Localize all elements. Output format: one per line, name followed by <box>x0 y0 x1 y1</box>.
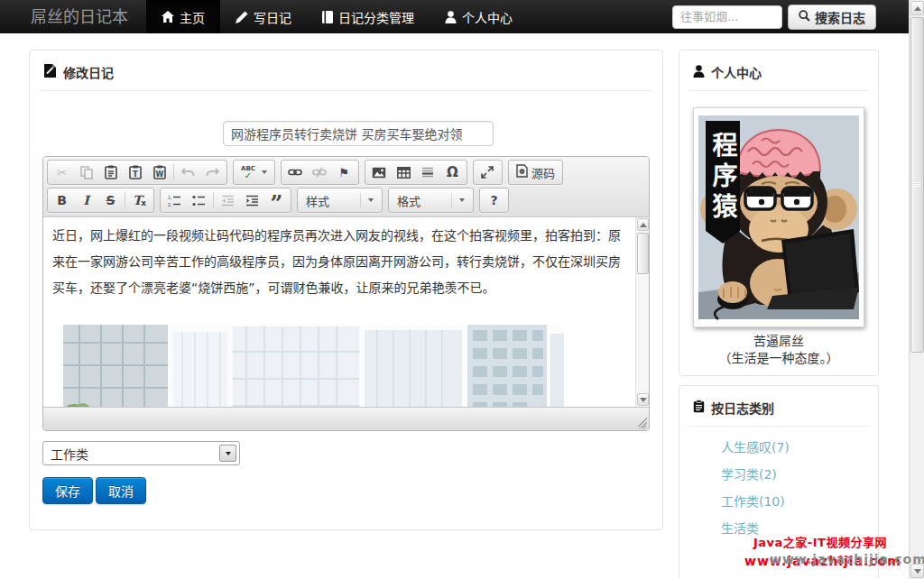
avatar: 程序猿 <box>693 107 864 327</box>
nav-item-label: 主页 <box>180 8 205 26</box>
code-monkey-illustration: 程序猿 <box>698 113 859 322</box>
table-icon[interactable] <box>392 161 416 183</box>
editor-scrollbar[interactable] <box>635 217 649 407</box>
cut-icon[interactable]: ✂ <box>50 161 74 183</box>
navbar-search-area: 搜索日志 <box>672 0 909 33</box>
indent-icon[interactable] <box>240 189 264 211</box>
toolbar-row-1: ✂ T W <box>47 160 645 185</box>
nav-item-label: 个人中心 <box>462 8 513 26</box>
svg-text:W: W <box>155 170 163 179</box>
editor-bottom-bar <box>43 407 649 430</box>
divider <box>39 90 653 91</box>
city-buildings-photo <box>61 325 564 407</box>
panel-header: 按日志类别 <box>693 399 774 417</box>
nav-item-personal-center[interactable]: 个人中心 <box>430 0 528 33</box>
source-button[interactable]: 源码 <box>511 161 560 183</box>
app-root: 屌丝的日记本 主页 写日记 日记分类管理 个人中心 搜索日志 <box>0 0 924 579</box>
categories-heading: 按日志类别 <box>711 399 774 417</box>
search-icon <box>799 10 810 24</box>
special-char-icon[interactable]: Ω <box>440 161 465 183</box>
nav-item-write[interactable]: 写日记 <box>220 0 307 33</box>
category-link-work[interactable]: 工作类(10) <box>721 492 878 510</box>
horizontal-rule-icon[interactable] <box>416 161 440 183</box>
select-dropdown-button[interactable] <box>219 445 236 462</box>
scroll-up-arrow[interactable] <box>637 218 649 231</box>
save-button[interactable]: 保存 <box>42 477 93 504</box>
paste-icon[interactable] <box>98 161 123 183</box>
maximize-group <box>473 160 503 185</box>
person-icon <box>693 65 705 80</box>
diary-paragraph: 近日，网上爆红的一段视频让码代码的程序员再次进入网友的视线，在这个拍客视频里，拍… <box>52 223 626 301</box>
nav-item-label: 日记分类管理 <box>338 8 414 26</box>
editor-content-area[interactable]: 近日，网上爆红的一段视频让码代码的程序员再次进入网友的视线，在这个拍客视频里，拍… <box>43 217 635 407</box>
editor-scrollbar-thumb[interactable] <box>637 233 649 274</box>
bullet-list-icon[interactable] <box>187 189 211 211</box>
category-list: 人生感叹(7) 学习类(2) 工作类(10) 生活类 <box>679 438 878 547</box>
paste-text-icon[interactable]: T <box>123 161 147 183</box>
anchor-icon[interactable]: ⚑ <box>332 161 356 183</box>
insert-group: Ω <box>365 160 467 185</box>
italic-icon[interactable]: I <box>74 189 98 211</box>
basicstyles-group: B I S Tx <box>47 188 154 213</box>
nav-item-category-manage[interactable]: 日记分类管理 <box>307 0 430 33</box>
nav-item-home[interactable]: 主页 <box>146 0 220 33</box>
combo-separator <box>451 193 452 207</box>
blockquote-icon[interactable]: ” <box>264 193 289 215</box>
editor-body: 近日，网上爆红的一段视频让码代码的程序员再次进入网友的视线，在这个拍客视频里，拍… <box>43 217 649 407</box>
chevron-down-icon <box>459 198 465 202</box>
page-scrollbar[interactable] <box>909 0 924 579</box>
banner-text: 程序猿 <box>708 132 739 224</box>
combo-separator <box>360 193 361 207</box>
caption-line2: （生活是一种态度。） <box>679 350 878 367</box>
unlink-icon[interactable] <box>308 161 332 183</box>
category-link-study[interactable]: 学习类(2) <box>721 465 878 483</box>
page-title: 修改日记 <box>63 63 114 81</box>
page-scrollbar-thumb[interactable] <box>910 17 924 353</box>
about-button[interactable]: ? <box>482 189 506 211</box>
about-group: ? <box>479 188 509 213</box>
numbered-list-icon[interactable]: 1.2. <box>162 189 187 211</box>
search-button-label: 搜索日志 <box>815 8 865 26</box>
svg-text:2.: 2. <box>168 201 172 207</box>
scroll-up-arrow[interactable] <box>910 1 924 15</box>
image-icon[interactable] <box>367 161 392 183</box>
undo-icon[interactable] <box>176 161 200 183</box>
person-icon <box>445 11 457 23</box>
spellcheck-icon[interactable]: ABC✓ <box>236 161 273 183</box>
search-button[interactable]: 搜索日志 <box>788 5 876 30</box>
nav-item-label: 写日记 <box>254 8 291 26</box>
search-input[interactable] <box>672 5 782 29</box>
paste-word-icon[interactable]: W <box>147 161 171 183</box>
link-icon[interactable] <box>283 161 308 183</box>
redo-icon[interactable] <box>200 161 225 183</box>
app-brand: 屌丝的日记本 <box>0 0 146 33</box>
maximize-icon[interactable] <box>476 161 500 183</box>
navbar: 屌丝的日记本 主页 写日记 日记分类管理 个人中心 搜索日志 <box>0 0 909 33</box>
cancel-button[interactable]: 取消 <box>96 477 146 504</box>
svg-text:T: T <box>133 170 138 179</box>
spellcheck-group: ABC✓ <box>233 160 275 185</box>
editor-toolbar: ✂ T W <box>43 157 649 217</box>
scroll-down-arrow[interactable] <box>637 393 649 406</box>
panel-header: 个人中心 <box>693 63 762 81</box>
editor-resize-handle[interactable] <box>634 416 647 428</box>
copy-icon[interactable] <box>74 161 98 183</box>
strikethrough-icon[interactable]: S <box>98 189 123 211</box>
outdent-icon[interactable] <box>216 189 240 211</box>
diary-title-input[interactable] <box>223 121 494 146</box>
remove-format-icon[interactable]: Tx <box>127 189 152 211</box>
personal-center-card: 个人中心 <box>679 50 879 376</box>
divider <box>688 90 869 91</box>
category-select[interactable]: 工作类 <box>42 441 240 465</box>
bold-icon[interactable]: B <box>50 189 74 211</box>
toolbar-separator <box>173 164 174 180</box>
styles-combo[interactable]: 样式 <box>300 189 380 211</box>
svg-text:1.: 1. <box>168 195 172 200</box>
clipboard-group: ✂ T W <box>47 160 227 185</box>
chevron-down-icon <box>368 198 374 202</box>
link-group: ⚑ <box>281 160 359 185</box>
paragraph-group: 1.2. ” <box>160 188 291 213</box>
category-link-life-sigh[interactable]: 人生感叹(7) <box>721 438 878 456</box>
source-group: 源码 <box>508 160 563 185</box>
format-combo[interactable]: 格式 <box>391 189 471 211</box>
